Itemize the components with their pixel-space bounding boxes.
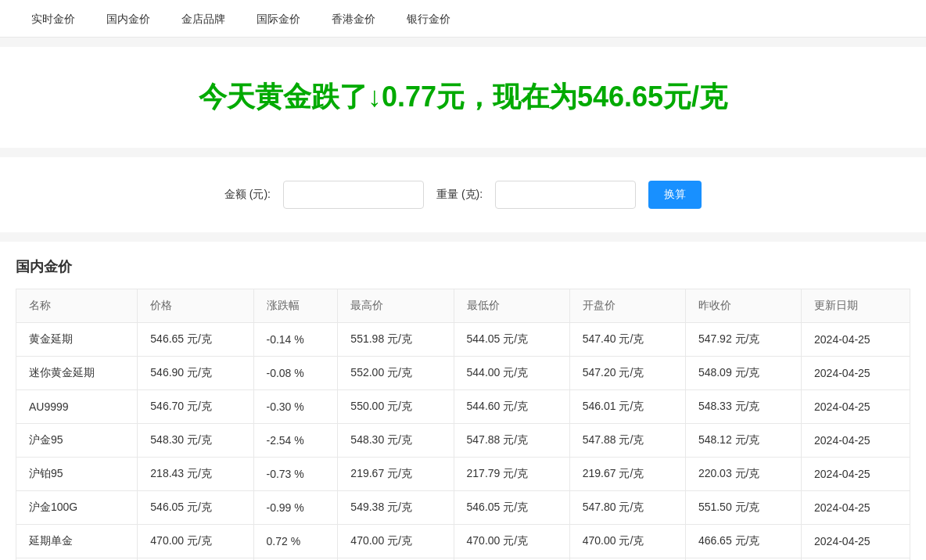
cell-price: 548.30 元/克 (138, 424, 253, 458)
table-column-header: 开盘价 (569, 289, 685, 323)
cell-name: 黄金延期 (16, 323, 138, 357)
cell-price: 470.00 元/克 (138, 525, 253, 558)
cell-date: 2024-04-25 (802, 458, 910, 491)
nav-item-bank[interactable]: 银行金价 (391, 0, 466, 38)
cell-prev-close: 551.50 元/克 (685, 491, 801, 525)
cell-price: 218.43 元/克 (138, 458, 253, 491)
table-column-header: 更新日期 (802, 289, 910, 323)
cell-change: -2.54 % (253, 424, 338, 458)
table-column-header: 最高价 (338, 289, 454, 323)
cell-open: 547.20 元/克 (569, 357, 685, 390)
cell-change: -0.73 % (253, 458, 338, 491)
cell-low: 546.05 元/克 (454, 491, 569, 525)
price-table: 名称价格涨跌幅最高价最低价开盘价昨收价更新日期 黄金延期546.65 元/克-0… (16, 289, 910, 560)
table-column-header: 昨收价 (685, 289, 801, 323)
table-column-header: 价格 (138, 289, 253, 323)
cell-name: 沪铂95 (16, 458, 138, 491)
cell-price: 546.70 元/克 (138, 390, 253, 424)
cell-change: -0.14 % (253, 323, 338, 357)
cell-high: 550.00 元/克 (338, 390, 454, 424)
cell-open: 219.67 元/克 (569, 458, 685, 491)
cell-prev-close: 548.12 元/克 (685, 424, 801, 458)
cell-low: 544.05 元/克 (454, 323, 569, 357)
table-column-header: 涨跌幅 (253, 289, 338, 323)
cell-low: 544.60 元/克 (454, 390, 569, 424)
cell-name: 迷你黄金延期 (16, 357, 138, 390)
cell-date: 2024-04-25 (802, 323, 910, 357)
table-row: 黄金延期546.65 元/克-0.14 %551.98 元/克544.05 元/… (16, 323, 910, 357)
cell-price: 546.05 元/克 (138, 491, 253, 525)
cell-name: 沪金100G (16, 491, 138, 525)
cell-name: 延期单金 (16, 525, 138, 558)
hero-title: 今天黄金跌了↓0.77元，现在为546.65元/克 (16, 78, 910, 117)
cell-open: 547.40 元/克 (569, 323, 685, 357)
cell-date: 2024-04-25 (802, 525, 910, 558)
cell-low: 217.79 元/克 (454, 458, 569, 491)
nav-item-international[interactable]: 国际金价 (241, 0, 316, 38)
table-row: 沪铂95218.43 元/克-0.73 %219.67 元/克217.79 元/… (16, 458, 910, 491)
cell-open: 547.88 元/克 (569, 424, 685, 458)
cell-change: -0.08 % (253, 357, 338, 390)
nav-item-hongkong[interactable]: 香港金价 (316, 0, 391, 38)
section-title: 国内金价 (16, 257, 910, 276)
cell-price: 546.65 元/克 (138, 323, 253, 357)
table-row: 迷你黄金延期546.90 元/克-0.08 %552.00 元/克544.00 … (16, 357, 910, 390)
cell-name: 沪金95 (16, 424, 138, 458)
table-body: 黄金延期546.65 元/克-0.14 %551.98 元/克544.05 元/… (16, 323, 910, 561)
top-navigation: 实时金价国内金价金店品牌国际金价香港金价银行金价 (0, 0, 926, 38)
cell-change: -0.30 % (253, 390, 338, 424)
table-row: AU9999546.70 元/克-0.30 %550.00 元/克544.60 … (16, 390, 910, 424)
nav-item-brands[interactable]: 金店品牌 (166, 0, 241, 38)
cell-date: 2024-04-25 (802, 390, 910, 424)
cell-high: 552.00 元/克 (338, 357, 454, 390)
cell-open: 470.00 元/克 (569, 525, 685, 558)
nav-item-realtime[interactable]: 实时金价 (16, 0, 91, 38)
amount-label: 金额 (元): (224, 188, 271, 202)
table-row: 沪金100G546.05 元/克-0.99 %549.38 元/克546.05 … (16, 491, 910, 525)
weight-input[interactable] (495, 181, 636, 209)
cell-prev-close: 466.65 元/克 (685, 525, 801, 558)
cell-open: 547.80 元/克 (569, 491, 685, 525)
cell-prev-close: 547.92 元/克 (685, 323, 801, 357)
domestic-price-section: 国内金价 名称价格涨跌幅最高价最低价开盘价昨收价更新日期 黄金延期546.65 … (0, 242, 926, 560)
cell-high: 470.00 元/克 (338, 525, 454, 558)
cell-high: 219.67 元/克 (338, 458, 454, 491)
cell-low: 470.00 元/克 (454, 525, 569, 558)
cell-low: 547.88 元/克 (454, 424, 569, 458)
table-column-header: 最低价 (454, 289, 569, 323)
cell-date: 2024-04-25 (802, 357, 910, 390)
cell-prev-close: 548.33 元/克 (685, 390, 801, 424)
table-row: 沪金95548.30 元/克-2.54 %548.30 元/克547.88 元/… (16, 424, 910, 458)
amount-input[interactable] (283, 181, 424, 209)
cell-prev-close: 548.09 元/克 (685, 357, 801, 390)
calculate-button[interactable]: 换算 (648, 181, 702, 209)
cell-high: 549.38 元/克 (338, 491, 454, 525)
cell-date: 2024-04-25 (802, 491, 910, 525)
cell-high: 551.98 元/克 (338, 323, 454, 357)
cell-price: 546.90 元/克 (138, 357, 253, 390)
cell-open: 546.01 元/克 (569, 390, 685, 424)
cell-low: 544.00 元/克 (454, 357, 569, 390)
table-header: 名称价格涨跌幅最高价最低价开盘价昨收价更新日期 (16, 289, 910, 323)
table-row: 延期单金470.00 元/克0.72 %470.00 元/克470.00 元/克… (16, 525, 910, 558)
table-column-header: 名称 (16, 289, 138, 323)
cell-high: 548.30 元/克 (338, 424, 454, 458)
nav-item-domestic[interactable]: 国内金价 (91, 0, 166, 38)
cell-date: 2024-04-25 (802, 424, 910, 458)
weight-label: 重量 (克): (436, 188, 483, 202)
cell-change: 0.72 % (253, 525, 338, 558)
hero-section: 今天黄金跌了↓0.77元，现在为546.65元/克 (0, 47, 926, 148)
header-row: 名称价格涨跌幅最高价最低价开盘价昨收价更新日期 (16, 289, 910, 323)
cell-change: -0.99 % (253, 491, 338, 525)
cell-name: AU9999 (16, 390, 138, 424)
calculator-section: 金额 (元): 重量 (克): 换算 (0, 157, 926, 232)
cell-prev-close: 220.03 元/克 (685, 458, 801, 491)
